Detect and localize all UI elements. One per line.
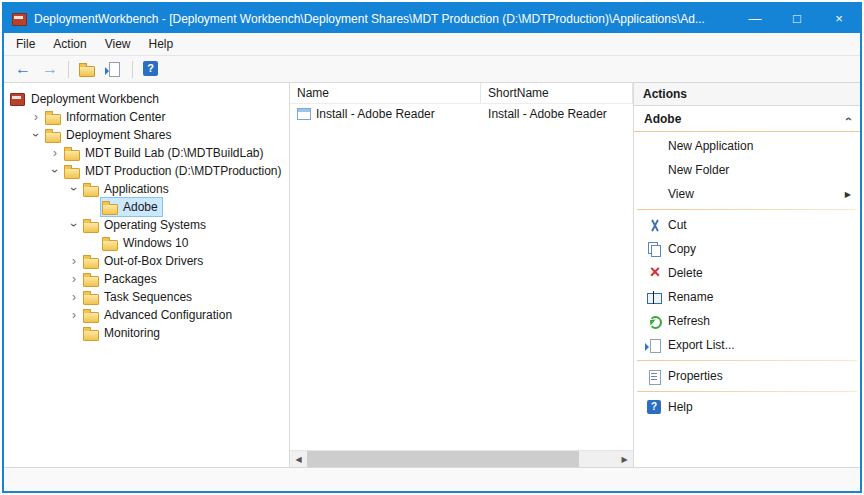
tree-item-information-center[interactable]: ›Information Center [4, 108, 289, 126]
help-icon [142, 61, 160, 77]
console-tree-button[interactable] [74, 58, 100, 80]
action-help[interactable]: Help [634, 395, 860, 419]
list-item-install-adobe-reader[interactable]: Install - Adobe ReaderInstall - Adobe Re… [290, 104, 633, 124]
action-new-application[interactable]: New Application [634, 134, 860, 158]
action-properties[interactable]: Properties [634, 364, 860, 388]
tree-item-label: Information Center [66, 110, 165, 124]
folder-icon [83, 182, 100, 196]
cut-icon [645, 217, 665, 233]
chevron-right-icon[interactable]: › [66, 271, 82, 287]
tree-item-monitoring[interactable]: Monitoring [4, 324, 289, 342]
action-view[interactable]: View▶ [634, 182, 860, 206]
chevron-right-icon[interactable]: › [66, 307, 82, 323]
folder-icon [83, 290, 100, 304]
titlebar: DeploymentWorkbench - [Deployment Workbe… [4, 4, 860, 33]
chevron-right-icon[interactable]: › [66, 289, 82, 305]
tree-node: Information Center [44, 108, 169, 126]
collapse-section-icon[interactable] [842, 117, 854, 121]
minimize-button[interactable]: — [734, 4, 776, 33]
tree-item-label: Windows 10 [123, 236, 188, 250]
menu-view[interactable]: View [96, 33, 140, 55]
main-area: Deployment Workbench›Information Center›… [4, 83, 860, 467]
menu-file[interactable]: File [7, 33, 44, 55]
folder-icon [45, 110, 62, 124]
tree-item-windows-10[interactable]: Windows 10 [4, 234, 289, 252]
scrollbar-track[interactable] [307, 451, 616, 467]
cell-name: Install - Adobe Reader [290, 107, 481, 121]
folder-icon [83, 326, 100, 340]
export-icon [645, 337, 665, 353]
folder-icon [64, 164, 81, 178]
column-header-shortname[interactable]: ShortName [481, 83, 633, 103]
tree-node: Deployment Workbench [9, 90, 163, 108]
action-refresh[interactable]: Refresh [634, 309, 860, 333]
action-new-folder[interactable]: New Folder [634, 158, 860, 182]
console-tree-pane: Deployment Workbench›Information Center›… [4, 83, 290, 467]
window-controls: — □ × [734, 4, 860, 33]
tree-item-label: Out-of-Box Drivers [104, 254, 203, 268]
maximize-button[interactable]: □ [776, 4, 818, 33]
folder-icon [83, 308, 100, 322]
back-button[interactable]: ← [10, 58, 36, 80]
item-name-text: Install - Adobe Reader [316, 107, 435, 121]
scrollbar-thumb[interactable] [307, 451, 579, 467]
action-label: View [668, 187, 694, 201]
tree-item-deployment-workbench[interactable]: Deployment Workbench [4, 90, 289, 108]
chevron-down-icon[interactable]: › [66, 181, 82, 197]
column-header-name[interactable]: Name [290, 83, 481, 103]
tree-item-label: Operating Systems [104, 218, 206, 232]
menu-action[interactable]: Action [44, 33, 95, 55]
cell-shortname: Install - Adobe Reader [481, 107, 633, 121]
close-button[interactable]: × [818, 4, 860, 33]
chevron-right-icon[interactable]: › [47, 145, 63, 161]
delete-icon [645, 265, 665, 281]
action-label: Cut [668, 218, 687, 232]
tree: Deployment Workbench›Information Center›… [4, 90, 289, 342]
forward-button[interactable]: → [37, 58, 63, 80]
tree-item-advanced-configuration[interactable]: ›Advanced Configuration [4, 306, 289, 324]
refresh-icon [645, 313, 665, 329]
tree-item-mdt-build-lab-d-mdtbuildlab[interactable]: ›MDT Build Lab (D:\MDTBuildLab) [4, 144, 289, 162]
tree-item-label: Adobe [123, 200, 158, 214]
menubar: FileActionViewHelp [4, 33, 860, 56]
action-delete[interactable]: Delete [634, 261, 860, 285]
chevron-right-icon[interactable]: › [66, 253, 82, 269]
chevron-down-icon[interactable]: › [28, 127, 44, 143]
scroll-right-button[interactable]: ▶ [616, 451, 633, 467]
actions-section-header[interactable]: Adobe [634, 106, 860, 132]
tree-item-applications[interactable]: ›Applications [4, 180, 289, 198]
statusbar [4, 467, 860, 491]
tree-item-label: MDT Production (D:\MDTProduction) [85, 164, 282, 178]
scroll-left-button[interactable]: ◀ [290, 451, 307, 467]
chevron-down-icon[interactable]: › [47, 163, 63, 179]
export-list-button[interactable] [101, 58, 127, 80]
tree-item-packages[interactable]: ›Packages [4, 270, 289, 288]
tree-node: Applications [82, 180, 173, 198]
action-label: Delete [668, 266, 703, 280]
tree-item-adobe[interactable]: Adobe [4, 198, 289, 216]
chevron-down-icon[interactable]: › [66, 217, 82, 233]
chevron-right-icon[interactable]: › [28, 109, 44, 125]
tree-item-mdt-production-d-mdtproduction[interactable]: ›MDT Production (D:\MDTProduction) [4, 162, 289, 180]
folder-icon [83, 272, 100, 286]
tree-item-deployment-shares[interactable]: ›Deployment Shares [4, 126, 289, 144]
tree-item-out-of-box-drivers[interactable]: ›Out-of-Box Drivers [4, 252, 289, 270]
help-icon [645, 399, 665, 415]
action-copy[interactable]: Copy [634, 237, 860, 261]
help-button[interactable] [138, 58, 164, 80]
action-export-list[interactable]: Export List... [634, 333, 860, 357]
actions-separator [637, 391, 857, 392]
action-label: New Application [668, 139, 753, 153]
action-cut[interactable]: Cut [634, 213, 860, 237]
tree-item-operating-systems[interactable]: ›Operating Systems [4, 216, 289, 234]
action-rename[interactable]: Rename [634, 285, 860, 309]
tree-item-task-sequences[interactable]: ›Task Sequences [4, 288, 289, 306]
tree-node: Deployment Shares [44, 126, 175, 144]
folder-icon [45, 128, 62, 142]
menu-help[interactable]: Help [140, 33, 183, 55]
toolbar-separator [68, 61, 69, 78]
app-icon [12, 12, 27, 25]
actions-pane: Actions Adobe New ApplicationNew FolderV… [634, 83, 860, 467]
horizontal-scrollbar[interactable]: ◀ ▶ [290, 450, 633, 467]
tree-item-label: MDT Build Lab (D:\MDTBuildLab) [85, 146, 264, 160]
